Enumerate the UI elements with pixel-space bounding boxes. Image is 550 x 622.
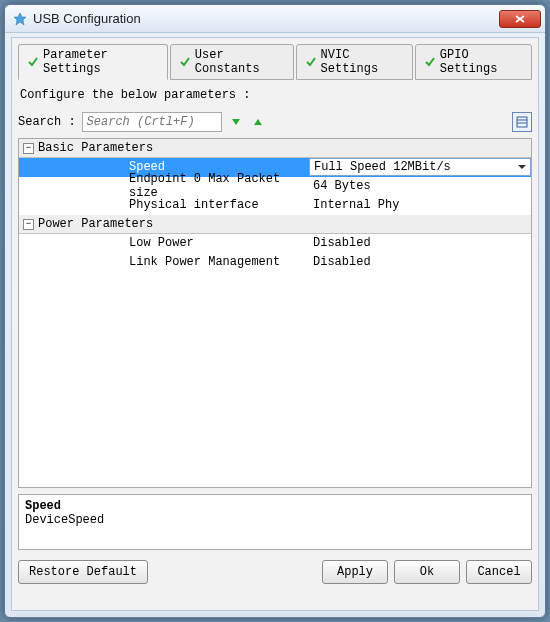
- svg-marker-3: [232, 119, 240, 125]
- svg-rect-5: [517, 117, 527, 127]
- check-icon: [424, 56, 436, 68]
- tab-label: Parameter Settings: [43, 48, 159, 76]
- close-button[interactable]: [499, 10, 541, 28]
- check-icon: [27, 56, 39, 68]
- param-row-lpm[interactable]: Link Power Management Disabled: [19, 253, 531, 272]
- tab-label: User Constants: [195, 48, 285, 76]
- collapse-icon[interactable]: −: [23, 143, 34, 154]
- group-label: Power Parameters: [38, 217, 153, 231]
- list-icon: [516, 116, 528, 128]
- cancel-button[interactable]: Cancel: [466, 560, 532, 584]
- search-row: Search :: [18, 112, 532, 132]
- search-label: Search :: [18, 115, 76, 129]
- svg-marker-0: [14, 13, 26, 25]
- search-input[interactable]: [82, 112, 222, 132]
- chevron-down-icon: [518, 165, 526, 169]
- param-label: Physical interface: [19, 198, 309, 212]
- group-power-parameters[interactable]: − Power Parameters: [19, 215, 531, 234]
- param-dropdown-speed[interactable]: Full Speed 12MBit/s: [309, 158, 531, 176]
- tabstrip: Parameter Settings User Constants NVIC S…: [18, 44, 532, 80]
- arrow-down-icon: [230, 116, 242, 128]
- window-title: USB Configuration: [33, 11, 141, 26]
- param-value[interactable]: 64 Bytes: [309, 179, 531, 193]
- check-icon: [305, 56, 317, 68]
- param-label: Link Power Management: [19, 255, 309, 269]
- param-value-text: Full Speed 12MBit/s: [314, 160, 451, 174]
- button-row: Restore Default Apply Ok Cancel: [18, 560, 532, 584]
- parameter-grid: − Basic Parameters Speed Full Speed 12MB…: [18, 138, 532, 488]
- window: USB Configuration Parameter Settings Use…: [4, 4, 546, 618]
- group-label: Basic Parameters: [38, 141, 153, 155]
- tab-gpio-settings[interactable]: GPIO Settings: [415, 44, 532, 80]
- param-row-ep0[interactable]: Endpoint 0 Max Packet size 64 Bytes: [19, 177, 531, 196]
- description-title: Speed: [25, 499, 525, 513]
- titlebar[interactable]: USB Configuration: [5, 5, 545, 33]
- tab-label: GPIO Settings: [440, 48, 523, 76]
- search-prev-button[interactable]: [250, 114, 266, 130]
- description-body: DeviceSpeed: [25, 513, 525, 527]
- param-row-phy[interactable]: Physical interface Internal Phy: [19, 196, 531, 215]
- tab-parameter-settings[interactable]: Parameter Settings: [18, 44, 168, 80]
- app-icon: [13, 12, 27, 26]
- group-basic-parameters[interactable]: − Basic Parameters: [19, 139, 531, 158]
- svg-marker-4: [254, 119, 262, 125]
- search-next-button[interactable]: [228, 114, 244, 130]
- description-box: Speed DeviceSpeed: [18, 494, 532, 550]
- instruction-text: Configure the below parameters :: [20, 88, 532, 102]
- tab-user-constants[interactable]: User Constants: [170, 44, 294, 80]
- client-area: Parameter Settings User Constants NVIC S…: [11, 37, 539, 611]
- ok-button[interactable]: Ok: [394, 560, 460, 584]
- show-grid-button[interactable]: [512, 112, 532, 132]
- param-value[interactable]: Disabled: [309, 236, 531, 250]
- restore-default-button[interactable]: Restore Default: [18, 560, 148, 584]
- tab-label: NVIC Settings: [321, 48, 404, 76]
- param-value[interactable]: Disabled: [309, 255, 531, 269]
- param-value[interactable]: Internal Phy: [309, 198, 531, 212]
- param-row-lowpower[interactable]: Low Power Disabled: [19, 234, 531, 253]
- tab-nvic-settings[interactable]: NVIC Settings: [296, 44, 413, 80]
- arrow-up-icon: [252, 116, 264, 128]
- apply-button[interactable]: Apply: [322, 560, 388, 584]
- check-icon: [179, 56, 191, 68]
- collapse-icon[interactable]: −: [23, 219, 34, 230]
- param-label: Low Power: [19, 236, 309, 250]
- close-icon: [515, 15, 525, 23]
